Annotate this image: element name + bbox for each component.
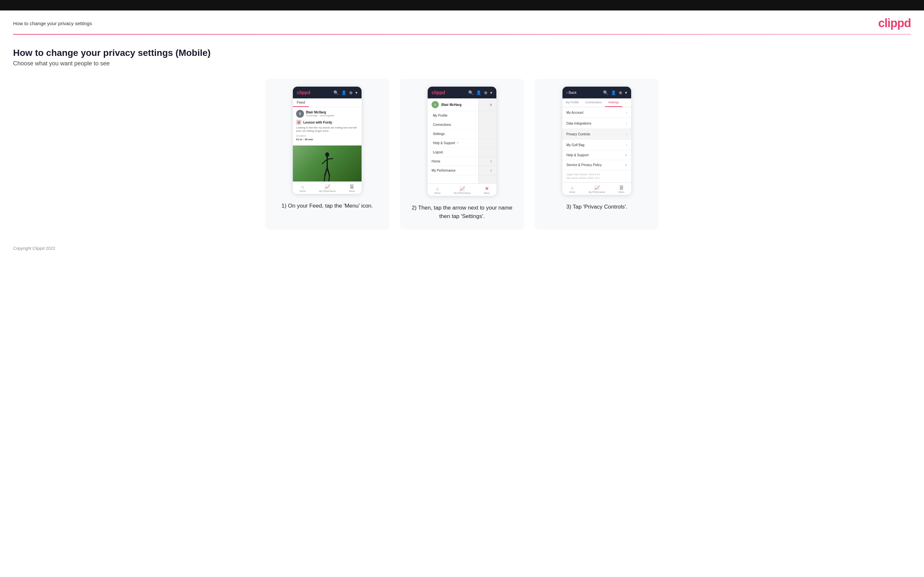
steps-row: clippd 🔍 👤 ⊕ ▾ Feed B xyxy=(13,79,911,229)
user-icon-2: 👤 xyxy=(476,90,481,95)
settings-service-privacy[interactable]: Service & Privacy Policy ↗ xyxy=(562,160,631,170)
phone-icons-1: 🔍 👤 ⊕ ▾ xyxy=(333,90,358,95)
help-external-icon: ↗ xyxy=(625,154,627,157)
post-tag-row: 🎯 Lesson with Fordy xyxy=(296,120,358,125)
data-integrations-chevron: › xyxy=(626,121,627,126)
post-date: Yesterday · Sunningdale xyxy=(306,114,334,117)
nav-home-3: ⌂ Home xyxy=(569,185,575,193)
step-1-caption: 1) On your Feed, tap the 'Menu' icon. xyxy=(281,202,373,210)
search-icon-3: 🔍 xyxy=(603,90,608,95)
screen3-content: My Account › Data Integrations › Privacy… xyxy=(562,107,631,182)
search-icon: 🔍 xyxy=(333,90,339,95)
version-info: Clippd Client Version: 2022.8.3-3SQL Ser… xyxy=(562,170,631,182)
settings-icon: ⊕ xyxy=(349,90,353,95)
tag-icon: 🎯 xyxy=(296,120,301,125)
settings-help-support[interactable]: Help & Support ↗ xyxy=(562,150,631,160)
logo: clippd xyxy=(878,16,911,30)
home-label-2: Home xyxy=(434,192,440,194)
golf-image xyxy=(293,145,362,181)
feed-tab: Feed xyxy=(293,98,309,107)
settings-my-golf-bag[interactable]: My Golf Bag › xyxy=(562,140,631,150)
privacy-controls-label: Privacy Controls xyxy=(566,132,590,136)
home-icon-3: ⌂ xyxy=(571,185,573,190)
phone-icons-3: 🔍 👤 ⊕ ▾ xyxy=(603,90,627,95)
nav-close[interactable]: ✕ Menu xyxy=(484,186,490,194)
home-icon-2: ⌂ xyxy=(436,186,439,191)
post-author-row: B Blair McHarg Yesterday · Sunningdale xyxy=(296,110,358,118)
my-golf-bag-chevron: › xyxy=(626,143,627,147)
home-label: Home xyxy=(299,190,305,192)
step-2-card: clippd 🔍 👤 ⊕ ▾ B Blair McHarg xyxy=(400,79,524,229)
svg-line-6 xyxy=(324,176,325,181)
feed-post: B Blair McHarg Yesterday · Sunningdale 🎯… xyxy=(293,107,362,145)
header: How to change your privacy settings clip… xyxy=(0,10,924,34)
menu-icon-3: ☰ xyxy=(619,185,624,190)
step-2-caption: 2) Then, tap the arrow next to your name… xyxy=(406,204,518,220)
nav-menu[interactable]: ☰ Menu xyxy=(349,184,355,192)
page-heading: How to change your privacy settings (Mob… xyxy=(13,48,911,58)
overlay-bg xyxy=(478,98,496,184)
back-button[interactable]: ‹ Back xyxy=(566,90,577,95)
menu-avatar: B xyxy=(431,101,439,108)
step-1-card: clippd 🔍 👤 ⊕ ▾ Feed B xyxy=(265,79,389,229)
svg-point-0 xyxy=(325,152,329,157)
step-3-card: ‹ Back 🔍 👤 ⊕ ▾ My Profile Connections Se… xyxy=(535,79,659,229)
user-icon: 👤 xyxy=(341,90,347,95)
chevron-icon-3: ▾ xyxy=(625,90,627,95)
svg-line-5 xyxy=(327,168,330,176)
settings-my-account[interactable]: My Account › xyxy=(562,107,631,118)
user-icon-3: 👤 xyxy=(611,90,616,95)
menu-section-home-label: Home xyxy=(431,160,440,163)
home-label-3: Home xyxy=(569,191,575,193)
settings-privacy-controls[interactable]: Privacy Controls › xyxy=(562,129,631,140)
menu-icon: ☰ xyxy=(350,184,354,189)
tab-connections[interactable]: Connections xyxy=(582,98,605,107)
top-decorative-bar xyxy=(0,0,924,10)
duration-label: Duration xyxy=(296,134,358,137)
phone-mockup-1: clippd 🔍 👤 ⊕ ▾ Feed B xyxy=(293,87,362,194)
duration-value: 01 hr : 30 min xyxy=(296,138,358,141)
phone-logo-2: clippd xyxy=(431,90,445,95)
my-golf-bag-label: My Golf Bag xyxy=(566,143,584,147)
post-title: Lesson with Fordy xyxy=(303,121,332,124)
author-avatar: B xyxy=(296,110,304,118)
service-privacy-label: Service & Privacy Policy xyxy=(566,163,602,167)
phone-topbar-2: clippd 🔍 👤 ⊕ ▾ xyxy=(428,87,496,98)
help-support-label: Help & Support xyxy=(566,153,589,157)
phone-bottom-nav-3: ⌂ Home 📈 My Performance ☰ Menu xyxy=(562,182,631,195)
svg-line-4 xyxy=(325,168,327,176)
nav-menu-3[interactable]: ☰ Menu xyxy=(619,185,625,193)
page-subheading: Choose what you want people to see xyxy=(13,60,911,67)
settings-icon-2: ⊕ xyxy=(484,90,488,95)
settings-icon-3: ⊕ xyxy=(619,90,622,95)
close-icon: ✕ xyxy=(485,186,489,191)
main-content: How to change your privacy settings (Mob… xyxy=(0,35,924,236)
settings-data-integrations[interactable]: Data Integrations › xyxy=(562,118,631,129)
settings-topbar: ‹ Back 🔍 👤 ⊕ ▾ xyxy=(562,87,631,98)
footer: Copyright Clippd 2022 xyxy=(0,236,924,257)
screen1-content: Feed B Blair McHarg Yesterday · Sunningd… xyxy=(293,98,362,181)
performance-label-3: My Performance xyxy=(589,191,605,193)
menu-section-performance-label: My Performance xyxy=(431,169,456,172)
nav-performance-3: 📈 My Performance xyxy=(589,185,605,193)
header-title: How to change your privacy settings xyxy=(13,21,92,26)
menu-label-3: Menu xyxy=(619,191,625,193)
phone-bottom-nav-1: ⌂ Home 📈 My Performance ☰ Menu xyxy=(293,181,362,194)
performance-icon-2: 📈 xyxy=(459,186,465,191)
phone-topbar-1: clippd 🔍 👤 ⊕ ▾ xyxy=(293,87,362,98)
search-icon-2: 🔍 xyxy=(468,90,473,95)
external-link-icon: ↗ xyxy=(456,142,459,145)
chevron-icon: ▾ xyxy=(355,90,358,95)
my-account-chevron: › xyxy=(626,110,627,115)
tab-settings[interactable]: Settings xyxy=(605,98,622,107)
phone-mockup-3: ‹ Back 🔍 👤 ⊕ ▾ My Profile Connections Se… xyxy=(562,87,631,195)
close-label: Menu xyxy=(484,192,490,194)
performance-label: My Performance xyxy=(319,190,336,192)
golfer-silhouette xyxy=(319,152,335,181)
service-external-icon: ↗ xyxy=(625,163,627,167)
phone-mockup-2: clippd 🔍 👤 ⊕ ▾ B Blair McHarg xyxy=(428,87,496,196)
tab-my-profile[interactable]: My Profile xyxy=(562,98,582,107)
settings-tabs: My Profile Connections Settings xyxy=(562,98,631,107)
step-3-caption: 3) Tap 'Privacy Controls'. xyxy=(566,203,628,211)
chevron-icon-2: ▾ xyxy=(490,90,493,95)
